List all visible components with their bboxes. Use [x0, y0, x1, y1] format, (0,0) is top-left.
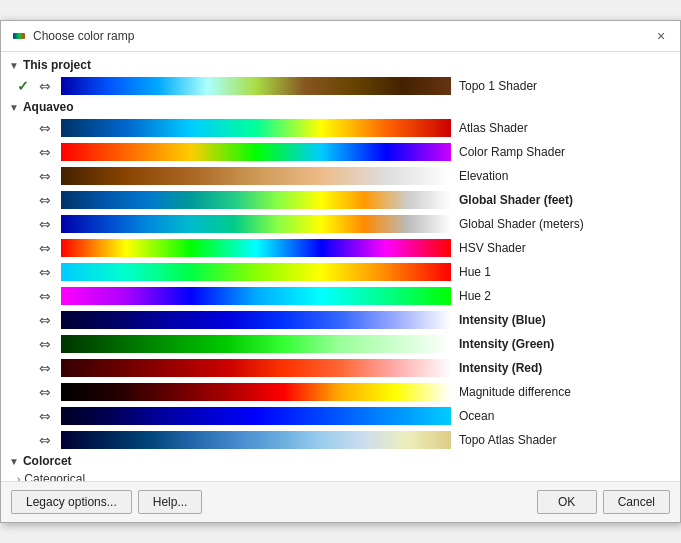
ramp-label: Ocean	[455, 409, 676, 423]
color-ramp-preview	[61, 335, 451, 353]
color-ramp-tree: ▼ This project ✓ ⇔ Topo 1 Shader ▼ Aquav…	[1, 52, 680, 482]
subgroup-categorical-label: Categorical	[24, 472, 85, 482]
subgroup-categorical-arrow: ›	[17, 474, 20, 483]
group-aquaveo-items: ⇔ Atlas Shader ⇔ Color Ramp Shader ⇔ El	[5, 116, 676, 452]
ramp-label: Color Ramp Shader	[455, 145, 676, 159]
color-ramp-preview	[61, 407, 451, 425]
move-icon[interactable]: ⇔	[33, 264, 57, 280]
bottom-bar-left: Legacy options... Help...	[11, 490, 202, 514]
titlebar-left: Choose color ramp	[11, 28, 134, 44]
move-icon[interactable]: ⇔	[33, 432, 57, 448]
move-icon[interactable]: ⇔	[33, 360, 57, 376]
ramp-label: Topo Atlas Shader	[455, 433, 676, 447]
move-icon[interactable]: ⇔	[33, 240, 57, 256]
help-button[interactable]: Help...	[138, 490, 203, 514]
group-aquaveo-arrow: ▼	[9, 102, 19, 113]
color-ramp-preview	[61, 167, 451, 185]
list-item[interactable]: ✓ ⇔ Topo 1 Shader	[13, 74, 676, 98]
move-icon[interactable]: ⇔	[33, 120, 57, 136]
svg-rect-0	[13, 33, 25, 39]
color-ramp-preview	[61, 431, 451, 449]
list-item[interactable]: ⇔ Intensity (Red)	[13, 356, 676, 380]
ramp-label: Atlas Shader	[455, 121, 676, 135]
move-icon[interactable]: ⇔	[33, 216, 57, 232]
ramp-label: Intensity (Blue)	[455, 313, 676, 327]
subgroup-categorical[interactable]: › Categorical	[13, 470, 676, 482]
list-item[interactable]: ⇔ Atlas Shader	[13, 116, 676, 140]
color-ramp-preview	[61, 263, 451, 281]
move-icon[interactable]: ⇔	[33, 336, 57, 352]
ramp-label: Elevation	[455, 169, 676, 183]
list-item[interactable]: ⇔ Magnitude difference	[13, 380, 676, 404]
group-colorcet-items: › Categorical › Colorblind › Cyclic	[5, 470, 676, 482]
color-ramp-preview	[61, 311, 451, 329]
ramp-label: Topo 1 Shader	[455, 79, 676, 93]
selected-check: ✓	[13, 78, 33, 94]
color-ramp-preview	[61, 239, 451, 257]
group-this-project-items: ✓ ⇔ Topo 1 Shader	[5, 74, 676, 98]
close-button[interactable]: ×	[652, 27, 670, 45]
color-ramp-preview	[61, 191, 451, 209]
group-colorcet-label: Colorcet	[23, 454, 72, 468]
color-ramp-preview	[61, 383, 451, 401]
color-ramp-preview	[61, 287, 451, 305]
dialog-icon	[11, 28, 27, 44]
move-icon[interactable]: ⇔	[33, 384, 57, 400]
color-ramp-preview	[61, 77, 451, 95]
cancel-button[interactable]: Cancel	[603, 490, 670, 514]
dialog-content: ▼ This project ✓ ⇔ Topo 1 Shader ▼ Aquav…	[1, 52, 680, 522]
move-icon[interactable]: ⇔	[33, 144, 57, 160]
list-item[interactable]: ⇔ Color Ramp Shader	[13, 140, 676, 164]
bottom-bar: Legacy options... Help... OK Cancel	[1, 482, 680, 522]
list-item[interactable]: ⇔ Hue 1	[13, 260, 676, 284]
ramp-label: Global Shader (meters)	[455, 217, 676, 231]
color-ramp-preview	[61, 119, 451, 137]
move-icon[interactable]: ⇔	[33, 288, 57, 304]
ramp-label: Intensity (Green)	[455, 337, 676, 351]
ramp-label: Global Shader (feet)	[455, 193, 676, 207]
titlebar: Choose color ramp ×	[1, 21, 680, 52]
group-aquaveo-label: Aquaveo	[23, 100, 74, 114]
move-icon[interactable]: ⇔	[33, 192, 57, 208]
group-this-project-label: This project	[23, 58, 91, 72]
color-ramp-preview	[61, 143, 451, 161]
move-icon[interactable]: ⇔	[33, 408, 57, 424]
list-item[interactable]: ⇔ Hue 2	[13, 284, 676, 308]
bottom-bar-right: OK Cancel	[537, 490, 670, 514]
group-colorcet-arrow: ▼	[9, 456, 19, 467]
ramp-label: Magnitude difference	[455, 385, 676, 399]
list-item[interactable]: ⇔ Global Shader (feet)	[13, 188, 676, 212]
list-item[interactable]: ⇔ Ocean	[13, 404, 676, 428]
move-icon[interactable]: ⇔	[33, 168, 57, 184]
list-item[interactable]: ⇔ Intensity (Blue)	[13, 308, 676, 332]
ok-button[interactable]: OK	[537, 490, 597, 514]
ramp-label: HSV Shader	[455, 241, 676, 255]
group-this-project[interactable]: ▼ This project	[5, 56, 676, 74]
checkmark-icon: ✓	[17, 78, 29, 94]
ramp-label: Hue 1	[455, 265, 676, 279]
choose-color-ramp-dialog: Choose color ramp × ▼ This project ✓ ⇔ T…	[0, 20, 681, 523]
list-item[interactable]: ⇔ Global Shader (meters)	[13, 212, 676, 236]
group-colorcet[interactable]: ▼ Colorcet	[5, 452, 676, 470]
list-item[interactable]: ⇔ HSV Shader	[13, 236, 676, 260]
ramp-label: Intensity (Red)	[455, 361, 676, 375]
legacy-options-button[interactable]: Legacy options...	[11, 490, 132, 514]
color-ramp-preview	[61, 359, 451, 377]
group-aquaveo[interactable]: ▼ Aquaveo	[5, 98, 676, 116]
ramp-label: Hue 2	[455, 289, 676, 303]
color-ramp-preview	[61, 215, 451, 233]
list-item[interactable]: ⇔ Intensity (Green)	[13, 332, 676, 356]
list-item[interactable]: ⇔ Topo Atlas Shader	[13, 428, 676, 452]
move-icon[interactable]: ⇔	[33, 312, 57, 328]
move-icon[interactable]: ⇔	[33, 78, 57, 94]
group-this-project-arrow: ▼	[9, 60, 19, 71]
list-item[interactable]: ⇔ Elevation	[13, 164, 676, 188]
dialog-title: Choose color ramp	[33, 29, 134, 43]
